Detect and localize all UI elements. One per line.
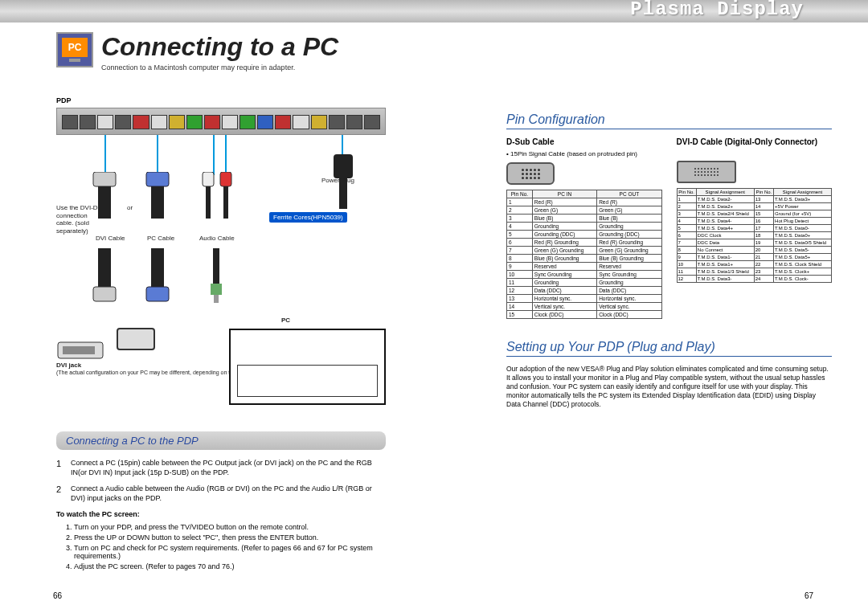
header-stripe: Plasma Display [0,0,868,22]
svg-rect-4 [203,172,214,186]
dvi-note: Use the DVI-D connection cable. (sold se… [56,204,103,235]
right-column: Pin Configuration D-Sub Cable • 15Pin Si… [506,112,832,409]
page-header: PC Connecting to a PC Connection to a Ma… [56,32,868,72]
pc-monitor-icon: PC [56,32,93,67]
connection-steps: 1Connect a PC (15pin) cable between the … [56,458,386,504]
page-number-right: 67 [805,591,813,600]
rca-audio-icon [199,172,236,220]
dsub-connector-icon [506,162,555,185]
svg-rect-12 [151,248,164,287]
power-plug-label: Power Plug [321,177,354,185]
svg-rect-0 [93,172,116,186]
svg-rect-2 [146,172,169,186]
svg-rect-8 [334,154,353,178]
ferrite-tag: Ferrite Cores(HPN5039) [269,212,347,223]
audio-jack-icon [206,248,227,304]
svg-rect-3 [151,186,164,219]
pc-label: PC [281,317,290,324]
dvi-connector-lower-icon [90,248,119,304]
pin-config-heading: Pin Configuration [506,112,832,129]
section-bar: Connecting a PC to the PDP [56,431,386,450]
watch-instructions: To watch the PC screen: Turn on your PDP… [56,510,386,570]
setup-body: Our adoption of the new VESA® Plug and P… [506,365,832,409]
setup-section: Setting up Your PDP (Plug and Play) Our … [506,340,832,409]
left-column: PDP Use the DVI-D connection cable. (sol… [56,96,386,573]
or-label: or [127,204,133,212]
page-number-left: 66 [53,591,62,600]
brand-title: Plasma Display [630,0,804,20]
svg-rect-6 [206,186,211,219]
pdp-label: PDP [56,96,386,104]
dvi-connector-drawing-icon [677,161,736,183]
svg-rect-13 [146,287,169,301]
setup-heading: Setting up Your PDP (Plug and Play) [506,340,832,357]
page-subtitle: Connection to a Macintosh computer may r… [101,63,338,72]
dvi-pin-table: Pin No.Signal AssignmentPin No.Signal As… [677,188,833,283]
vga-port-icon [117,328,155,350]
svg-rect-14 [213,248,219,284]
vga-connector-lower-icon [143,248,172,304]
dvi-cable-label: DVI Cable [96,235,125,243]
svg-rect-18 [63,346,95,354]
dvi-section: DVI-D Cable (Digital-Only Connector) Pin… [677,137,833,319]
svg-rect-5 [220,172,231,186]
audio-cable-label: Audio Cable [199,235,235,243]
pc-cable-label: PC Cable [147,235,174,243]
pdp-rear-panel [56,108,386,135]
svg-rect-10 [98,248,111,287]
svg-rect-7 [223,186,228,219]
connection-diagram: Use the DVI-D connection cable. (sold se… [56,108,386,417]
page-title: Connecting to a PC [101,32,338,62]
pc-tower-icon [229,329,386,405]
step-2: Connect a Audio cable between the Audio … [71,484,386,503]
dsub-pin-table: Pin No.PC INPC OUT1Red (R)Red (R)2Green … [506,190,662,319]
dvi-jack-note: DVI jack (The actual configuration on yo… [56,341,256,376]
dvi-jack-icon [56,341,104,360]
dsub-section: D-Sub Cable • 15Pin Signal Cable (based … [506,137,662,319]
svg-rect-16 [214,295,219,303]
step-1: Connect a PC (15pin) cable between the P… [71,458,386,477]
svg-rect-11 [93,287,116,301]
svg-rect-15 [211,284,222,295]
vga-connector-icon [143,172,172,220]
title-block: Connecting to a PC Connection to a Macin… [101,32,338,72]
